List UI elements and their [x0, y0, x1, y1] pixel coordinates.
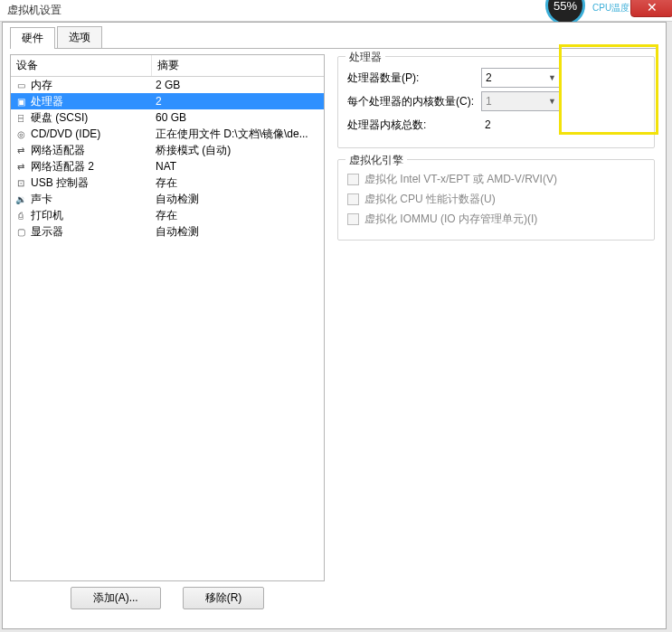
device-summary: 正在使用文件 D:\文档\镜像\de... [152, 127, 324, 142]
checkbox-icon [347, 213, 359, 225]
device-summary: 2 GB [152, 79, 324, 91]
select-processor-count[interactable]: 2 ▼ [481, 68, 561, 88]
device-icon: ▢ [14, 226, 27, 237]
close-button[interactable]: ✕ [630, 0, 672, 17]
device-icon: ▣ [14, 96, 27, 107]
row-total-cores: 处理器内核总数: 2 [347, 113, 645, 137]
device-row[interactable]: ▭内存2 GB [11, 77, 324, 93]
device-icon: ⌸ [14, 112, 27, 123]
device-name: 显示器 [31, 224, 63, 240]
cores-per-value: 1 [486, 95, 492, 108]
row-cores-per: 每个处理器的内核数量(C): 1 ▼ [347, 90, 645, 113]
processor-count-value: 2 [486, 71, 492, 84]
label-processor-count: 处理器数量(P): [347, 71, 481, 86]
window-body: 硬件 选项 设备 摘要 ▭内存2 GB▣处理器2⌸硬盘 (SCSI)60 GB◎… [2, 22, 667, 629]
device-list[interactable]: ▭内存2 GB▣处理器2⌸硬盘 (SCSI)60 GB◎CD/DVD (IDE)… [11, 77, 324, 580]
device-row[interactable]: ⊡USB 控制器存在 [11, 175, 324, 191]
column-summary: 摘要 [152, 55, 324, 76]
content-area: 设备 摘要 ▭内存2 GB▣处理器2⌸硬盘 (SCSI)60 GB◎CD/DVD… [10, 54, 658, 615]
left-column: 设备 摘要 ▭内存2 GB▣处理器2⌸硬盘 (SCSI)60 GB◎CD/DVD… [10, 54, 325, 615]
column-device: 设备 [11, 55, 152, 76]
checkbox-label-iommu: 虚拟化 IOMMU (IO 内存管理单元)(I) [364, 212, 537, 227]
device-name: 硬盘 (SCSI) [31, 110, 88, 126]
checkbox-cpu-counters[interactable]: 虚拟化 CPU 性能计数器(U) [347, 189, 645, 209]
processor-fieldset: 处理器 处理器数量(P): 2 ▼ 每个处理器的内核数量(C): [337, 56, 655, 148]
window-title: 虚拟机设置 [7, 3, 62, 18]
select-cores-per[interactable]: 1 ▼ [481, 91, 561, 111]
device-name: 打印机 [31, 208, 63, 223]
right-panel: 处理器 处理器数量(P): 2 ▼ 每个处理器的内核数量(C): [334, 54, 658, 615]
device-row[interactable]: 🔉声卡自动检测 [11, 191, 324, 207]
remove-button[interactable]: 移除(R) [183, 587, 265, 609]
device-list-header: 设备 摘要 [11, 55, 324, 77]
device-summary: 2 [152, 95, 324, 108]
checkbox-icon [347, 193, 359, 205]
device-name: USB 控制器 [31, 175, 89, 191]
gauge-label: CPU温度 [592, 2, 629, 14]
device-icon: ⇄ [14, 161, 27, 172]
device-row[interactable]: ▣处理器2 [11, 93, 324, 109]
tab-hardware[interactable]: 硬件 [10, 27, 55, 49]
checkbox-iommu[interactable]: 虚拟化 IOMMU (IO 内存管理单元)(I) [347, 209, 645, 229]
device-name: 网络适配器 [31, 143, 85, 158]
device-icon: 🔉 [14, 193, 27, 204]
row-processor-count: 处理器数量(P): 2 ▼ [347, 66, 645, 90]
device-icon: ⇄ [14, 145, 27, 156]
device-icon: ⎙ [14, 210, 27, 221]
device-row[interactable]: ▢显示器自动检测 [11, 223, 324, 240]
total-cores-value: 2 [481, 118, 645, 131]
label-cores-per: 每个处理器的内核数量(C): [347, 94, 485, 109]
device-name: 网络适配器 2 [31, 159, 94, 175]
title-bar: 虚拟机设置 55% CPU温度 ✕ [0, 0, 672, 22]
processor-legend: 处理器 [345, 50, 385, 65]
device-row[interactable]: ⇄网络适配器 2NAT [11, 158, 324, 175]
device-summary: 桥接模式 (自动) [152, 143, 324, 158]
chevron-down-icon: ▼ [548, 73, 556, 82]
device-row[interactable]: ⎙打印机存在 [11, 207, 324, 223]
device-panel: 设备 摘要 ▭内存2 GB▣处理器2⌸硬盘 (SCSI)60 GB◎CD/DVD… [10, 54, 325, 581]
device-summary: 存在 [152, 208, 324, 223]
device-row[interactable]: ◎CD/DVD (IDE)正在使用文件 D:\文档\镜像\de... [11, 126, 324, 142]
device-summary: 自动检测 [152, 192, 324, 207]
device-summary: 自动检测 [152, 224, 324, 240]
device-summary: NAT [152, 160, 324, 173]
device-name: 内存 [31, 78, 52, 93]
device-summary: 60 GB [152, 111, 324, 124]
tab-options[interactable]: 选项 [57, 26, 102, 48]
device-summary: 存在 [152, 175, 324, 191]
virt-engine-fieldset: 虚拟化引擎 虚拟化 Intel VT-x/EPT 或 AMD-V/RVI(V) … [337, 159, 655, 241]
device-icon: ◎ [14, 128, 27, 139]
device-buttons: 添加(A)... 移除(R) [10, 581, 325, 615]
device-icon: ⊡ [14, 177, 27, 188]
checkbox-label-vtx: 虚拟化 Intel VT-x/EPT 或 AMD-V/RVI(V) [364, 172, 557, 187]
chevron-down-icon: ▼ [548, 97, 556, 106]
virt-engine-legend: 虚拟化引擎 [345, 153, 407, 168]
device-row[interactable]: ⌸硬盘 (SCSI)60 GB [11, 109, 324, 126]
checkbox-icon [347, 174, 359, 185]
device-name: 处理器 [31, 94, 63, 109]
label-total-cores: 处理器内核总数: [347, 118, 481, 133]
device-row[interactable]: ⇄网络适配器桥接模式 (自动) [11, 142, 324, 158]
device-icon: ▭ [14, 80, 27, 90]
device-name: CD/DVD (IDE) [31, 127, 100, 140]
add-button[interactable]: 添加(A)... [71, 587, 161, 609]
device-name: 声卡 [31, 192, 52, 207]
checkbox-label-counters: 虚拟化 CPU 性能计数器(U) [364, 192, 496, 207]
checkbox-vt-x[interactable]: 虚拟化 Intel VT-x/EPT 或 AMD-V/RVI(V) [347, 169, 645, 189]
tab-bar: 硬件 选项 [10, 26, 658, 49]
